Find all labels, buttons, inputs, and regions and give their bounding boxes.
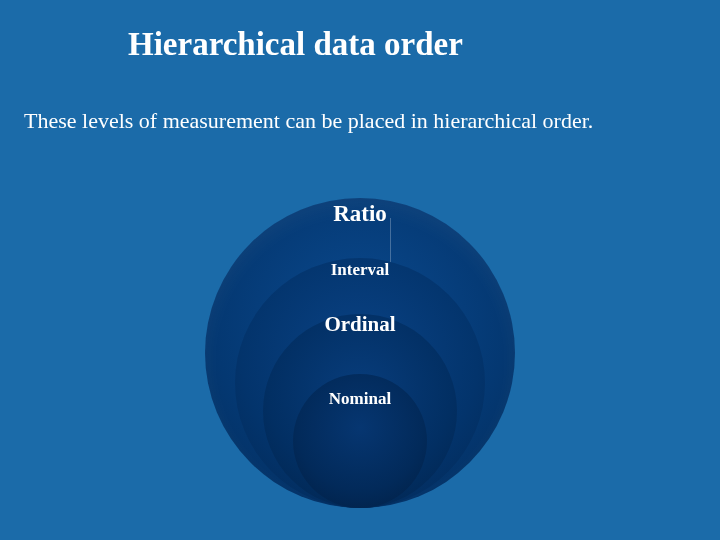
level-ordinal-label: Ordinal xyxy=(324,312,395,337)
level-interval-label: Interval xyxy=(331,260,390,280)
hierarchy-diagram: Ratio Interval Ordinal Nominal xyxy=(0,160,720,530)
page-subtitle: These levels of measurement can be place… xyxy=(24,108,593,134)
level-ratio-label: Ratio xyxy=(333,201,387,227)
level-nominal-label: Nominal xyxy=(329,389,391,409)
page-title: Hierarchical data order xyxy=(128,26,463,63)
